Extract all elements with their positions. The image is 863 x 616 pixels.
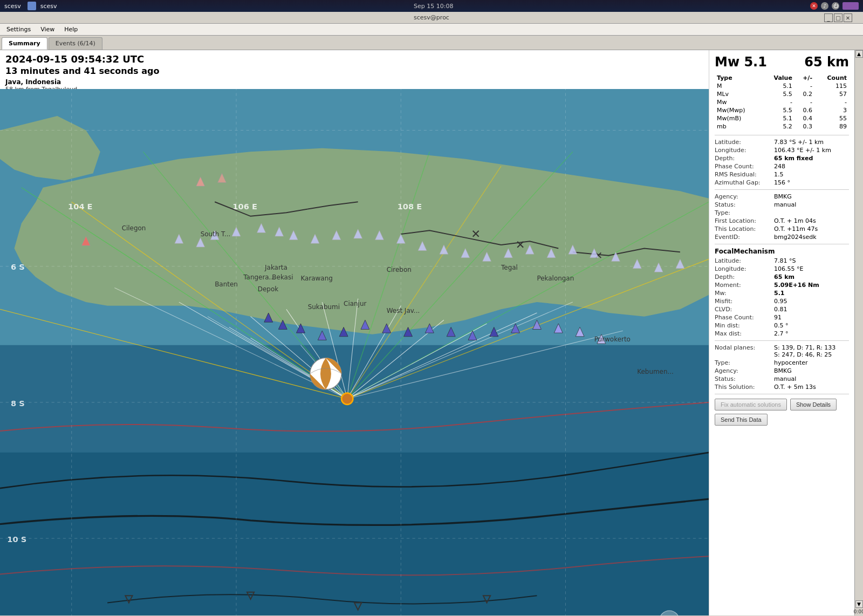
tab-summary[interactable]: Summary bbox=[2, 37, 47, 50]
time-label: 0:00 bbox=[852, 608, 863, 615]
longitude-row: Longitude: 106.43 °E +/- 1 km bbox=[715, 147, 849, 154]
fix-auto-button[interactable]: Fix automatic solutions bbox=[715, 399, 787, 410]
mag-table-row: Mw(Mwp)5.50.63 bbox=[715, 106, 849, 114]
mag-type: Mw bbox=[715, 54, 739, 70]
svg-text:8 S: 8 S bbox=[11, 399, 25, 408]
svg-text:10 S: 10 S bbox=[7, 535, 26, 544]
svg-text:6 S: 6 S bbox=[11, 262, 25, 271]
send-data-wrapper: Send This Data bbox=[715, 414, 849, 426]
mag-table-cell: 115 bbox=[814, 82, 849, 90]
fm-misfit-row: Misfit: 0.95 bbox=[715, 298, 849, 305]
svg-text:Cianjur: Cianjur bbox=[344, 300, 366, 307]
maximize-button[interactable]: □ bbox=[834, 13, 843, 22]
nodal-planes-label: Nodal planes: bbox=[715, 344, 774, 358]
fm-agency-row: Agency: BMKG bbox=[715, 367, 849, 374]
svg-text:✕: ✕ bbox=[471, 227, 481, 241]
divider-3 bbox=[715, 244, 849, 244]
mag-table-cell: - bbox=[794, 82, 814, 90]
fm-this-solution-row: This Solution: O.T. + 5m 13s bbox=[715, 384, 849, 391]
menu-view[interactable]: View bbox=[36, 25, 59, 34]
mag-table-cell: 0.6 bbox=[794, 106, 814, 114]
map-container[interactable]: 104 E 106 E 108 E 6 S 8 S 10 S ✕ ✕ ✕ bbox=[0, 89, 709, 615]
mag-table-cell: - bbox=[794, 98, 814, 106]
focal-mechanism-title: FocalMechanism bbox=[715, 248, 849, 255]
fm-phase-count-value: 91 bbox=[774, 314, 782, 321]
divider-4 bbox=[715, 340, 849, 341]
mag-value: 5.1 bbox=[744, 54, 767, 70]
fm-phase-count-label: Phase Count: bbox=[715, 314, 774, 321]
mag-table-cell: - bbox=[762, 98, 794, 106]
mag-table-row: Mw--- bbox=[715, 98, 849, 106]
fm-type-label: Type: bbox=[715, 359, 774, 366]
tab-bar: Summary Events (6/14) bbox=[0, 36, 863, 50]
agency-value: BMKG bbox=[774, 193, 792, 200]
fm-latitude-label: Latitude: bbox=[715, 257, 774, 264]
status-label: Status: bbox=[715, 201, 774, 208]
svg-text:106 E: 106 E bbox=[232, 202, 257, 211]
svg-text:South T...: South T... bbox=[201, 230, 231, 238]
activities-label[interactable]: scesv bbox=[4, 3, 21, 10]
svg-text:Kebumen...: Kebumen... bbox=[637, 368, 674, 375]
send-data-button[interactable]: Send This Data bbox=[715, 414, 768, 426]
mag-table-cell: - bbox=[814, 98, 849, 106]
svg-point-51 bbox=[341, 393, 353, 405]
depth-display: 65 km bbox=[804, 54, 849, 70]
fm-longitude-row: Longitude: 106.55 °E bbox=[715, 265, 849, 272]
user-indicator bbox=[843, 2, 859, 10]
volume-icon[interactable]: ♪ bbox=[821, 2, 828, 10]
svg-text:Sukabumi: Sukabumi bbox=[308, 303, 340, 311]
fm-max-dist-value: 2.7 ° bbox=[774, 330, 789, 337]
azimuthal-row: Azimuthal Gap: 156 ° bbox=[715, 179, 849, 186]
azimuthal-label: Azimuthal Gap: bbox=[715, 179, 774, 186]
col-value: Value bbox=[762, 74, 794, 82]
first-location-value: O.T. + 1m 04s bbox=[774, 217, 816, 224]
scroll-up-button[interactable]: ▲ bbox=[855, 50, 863, 58]
fm-mw-row: Mw: 5.1 bbox=[715, 290, 849, 297]
this-location-label: This Location: bbox=[715, 225, 774, 232]
tab-events[interactable]: Events (6/14) bbox=[49, 37, 102, 50]
minimize-button[interactable]: _ bbox=[824, 13, 833, 22]
agency-row: Agency: BMKG bbox=[715, 193, 849, 200]
fm-moment-row: Moment: 5.09E+16 Nm bbox=[715, 282, 849, 289]
fm-max-dist-label: Max dist: bbox=[715, 330, 774, 337]
system-tray: ✕ ♪ ⏻ bbox=[810, 2, 859, 10]
fm-clvd-row: CLVD: 0.81 bbox=[715, 306, 849, 313]
fm-mw-label: Mw: bbox=[715, 290, 774, 297]
scroll-down-button[interactable]: ▼ bbox=[855, 600, 863, 608]
latitude-row: Latitude: 7.83 °S +/- 1 km bbox=[715, 139, 849, 146]
menu-bar: Settings View Help bbox=[0, 24, 863, 36]
menu-help[interactable]: Help bbox=[60, 25, 82, 34]
fm-mw-value: 5.1 bbox=[774, 290, 785, 297]
mag-table-cell: MLv bbox=[715, 90, 762, 98]
event-id-label: EventID: bbox=[715, 234, 774, 241]
mag-table-cell: 0.2 bbox=[794, 90, 814, 98]
window-close-button[interactable]: ✕ bbox=[844, 13, 852, 22]
power-icon[interactable]: ⏻ bbox=[832, 2, 839, 10]
magnitude-label: Mw 5.1 bbox=[715, 54, 767, 70]
svg-text:Karawang: Karawang bbox=[300, 275, 332, 282]
fm-clvd-label: CLVD: bbox=[715, 306, 774, 313]
mag-table-cell: mb bbox=[715, 122, 762, 131]
event-datetime: 2024-09-15 09:54:32 UTC bbox=[5, 53, 703, 65]
menu-settings[interactable]: Settings bbox=[2, 25, 35, 34]
fm-longitude-value: 106.55 °E bbox=[774, 265, 803, 272]
first-location-row: First Location: O.T. + 1m 04s bbox=[715, 217, 849, 224]
app-label: scesv bbox=[40, 3, 57, 10]
close-icon[interactable]: ✕ bbox=[810, 2, 818, 10]
fm-phase-count-row: Phase Count: 91 bbox=[715, 314, 849, 321]
scrollbar-panel: ▲ ▼ 0:00 bbox=[854, 50, 863, 615]
first-location-label: First Location: bbox=[715, 217, 774, 224]
longitude-value: 106.43 °E +/- 1 km bbox=[774, 147, 831, 154]
latitude-value: 7.83 °S +/- 1 km bbox=[774, 139, 824, 146]
col-count: Count bbox=[814, 74, 849, 82]
main-content: 2024-09-15 09:54:32 UTC 13 minutes and 4… bbox=[0, 50, 863, 615]
this-location-row: This Location: O.T. +11m 47s bbox=[715, 225, 849, 232]
event-id-value: bmg2024sedk bbox=[774, 234, 817, 241]
fm-longitude-label: Longitude: bbox=[715, 265, 774, 272]
fm-min-dist-row: Min dist: 0.5 ° bbox=[715, 322, 849, 329]
this-location-value: O.T. +11m 47s bbox=[774, 225, 818, 232]
svg-text:Tangera...: Tangera... bbox=[243, 273, 275, 281]
fm-status-value: manual bbox=[774, 375, 796, 382]
show-details-button[interactable]: Show Details bbox=[790, 399, 837, 410]
fm-depth-label: Depth: bbox=[715, 273, 774, 280]
